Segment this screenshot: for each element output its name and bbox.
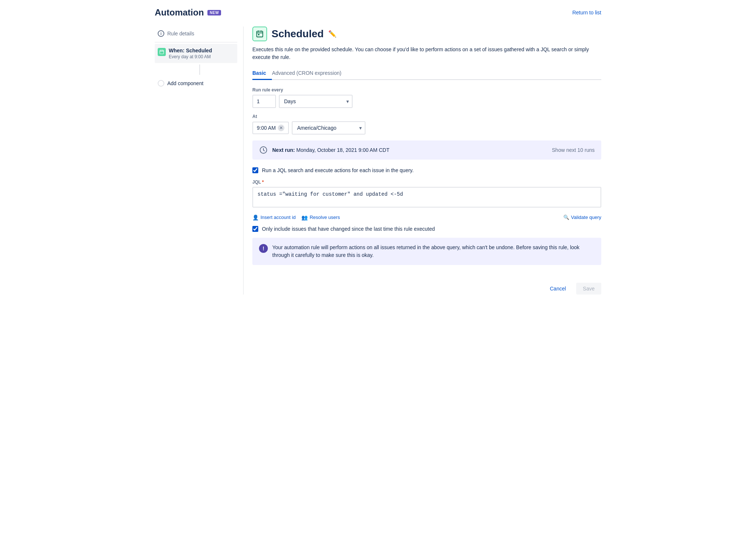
at-label: At (252, 114, 601, 119)
sidebar-item-rule-details[interactable]: i Rule details (155, 27, 237, 41)
rule-details-label: Rule details (167, 31, 194, 36)
sidebar: i Rule details When: Scheduled Every day… (155, 27, 243, 295)
time-input-wrapper[interactable]: 9:00 AM ✕ (252, 122, 289, 134)
svg-rect-0 (160, 50, 164, 54)
sidebar-connector (155, 63, 237, 76)
next-run-text: Next run: Monday, October 18, 2021 9:00 … (272, 147, 389, 153)
next-run-left: Next run: Monday, October 18, 2021 9:00 … (259, 146, 389, 154)
info-icon: i (158, 30, 164, 37)
add-component-label: Add component (167, 80, 203, 86)
sidebar-item-scheduled[interactable]: When: Scheduled Every day at 9:00 AM (155, 44, 237, 63)
edit-icon[interactable]: ✏️ (328, 30, 336, 38)
required-star: * (262, 180, 264, 185)
connector-line (199, 65, 200, 75)
jql-checkbox[interactable] (252, 167, 258, 173)
calendar-icon-sidebar (158, 48, 166, 56)
tab-advanced[interactable]: Advanced (CRON expression) (272, 67, 347, 80)
next-run-box: Next run: Monday, October 18, 2021 9:00 … (252, 140, 601, 160)
scheduled-item-subtitle: Every day at 9:00 AM (169, 54, 212, 59)
resolve-users-link[interactable]: 👥 Resolve users (301, 215, 340, 220)
jql-checkbox-label: Run a JQL search and execute actions for… (262, 167, 414, 174)
interval-input[interactable] (252, 95, 276, 108)
only-changed-checkbox-row: Only include issues that have changed si… (252, 226, 601, 233)
sidebar-divider (155, 42, 237, 42)
clock-icon (259, 146, 268, 154)
time-clear-button[interactable]: ✕ (278, 125, 284, 131)
cancel-button[interactable]: Cancel (543, 283, 573, 295)
run-rule-every-label: Run rule every (252, 87, 601, 93)
jql-actions: 👤 Insert account id 👥 Resolve users 🔍 Va… (252, 215, 601, 220)
tabs-container: Basic Advanced (CRON expression) (252, 67, 601, 80)
insert-account-id-link[interactable]: 👤 Insert account id (252, 215, 295, 220)
add-circle-icon (158, 80, 164, 87)
at-group: At 9:00 AM ✕ America/Chicago America/New… (252, 114, 601, 135)
jql-left-actions: 👤 Insert account id 👥 Resolve users (252, 215, 340, 220)
warning-text: Your automation rule will perform action… (272, 244, 595, 259)
warning-icon: ! (259, 244, 268, 253)
warning-box: ! Your automation rule will perform acti… (252, 238, 601, 265)
app-title: Automation (155, 7, 204, 18)
period-select[interactable]: Minutes Hours Days Weeks Months (279, 95, 353, 108)
jql-checkbox-row: Run a JQL search and execute actions for… (252, 167, 601, 174)
return-to-list-link[interactable]: Return to list (572, 10, 601, 15)
save-button[interactable]: Save (576, 283, 601, 295)
timezone-select[interactable]: America/Chicago America/New_York America… (292, 121, 365, 135)
page-title: Scheduled (272, 28, 324, 40)
run-rule-every-group: Run rule every Minutes Hours Days Weeks … (252, 87, 601, 108)
search-icon: 🔍 (563, 215, 569, 220)
show-next-runs-link[interactable]: Show next 10 runs (552, 147, 595, 153)
jql-form-group: JQL * status ="waiting for customer" and… (252, 180, 601, 209)
bottom-actions: Cancel Save (252, 277, 601, 295)
only-changed-checkbox[interactable] (252, 226, 258, 232)
sidebar-item-add-component[interactable]: Add component (155, 76, 237, 90)
svg-rect-8 (258, 34, 259, 35)
at-row: 9:00 AM ✕ America/Chicago America/New_Yo… (252, 121, 601, 135)
jql-label: JQL * (252, 180, 601, 185)
calendar-icon-large (252, 27, 267, 41)
tab-basic[interactable]: Basic (252, 67, 272, 80)
scheduled-item-title: When: Scheduled (169, 48, 212, 53)
content-description: Executes this rule on the provided sched… (252, 46, 601, 61)
jql-input[interactable]: status ="waiting for customer" and updat… (252, 187, 601, 208)
time-value: 9:00 AM (257, 125, 276, 131)
timezone-select-wrapper: America/Chicago America/New_York America… (292, 121, 365, 135)
content-header: Scheduled ✏️ (252, 27, 601, 41)
period-select-wrapper: Minutes Hours Days Weeks Months ▾ (279, 95, 353, 108)
new-badge: NEW (207, 10, 221, 15)
scheduled-item-text: When: Scheduled Every day at 9:00 AM (169, 48, 212, 59)
svg-rect-4 (257, 31, 263, 37)
run-rule-row: Minutes Hours Days Weeks Months ▾ (252, 95, 601, 108)
content-area: Scheduled ✏️ Executes this rule on the p… (243, 27, 601, 295)
only-changed-label: Only include issues that have changed si… (262, 226, 435, 233)
users-icon: 👥 (301, 215, 308, 220)
next-run-datetime: Monday, October 18, 2021 9:00 AM CDT (296, 147, 389, 153)
account-icon: 👤 (252, 215, 259, 220)
validate-query-link[interactable]: 🔍 Validate query (563, 215, 601, 220)
